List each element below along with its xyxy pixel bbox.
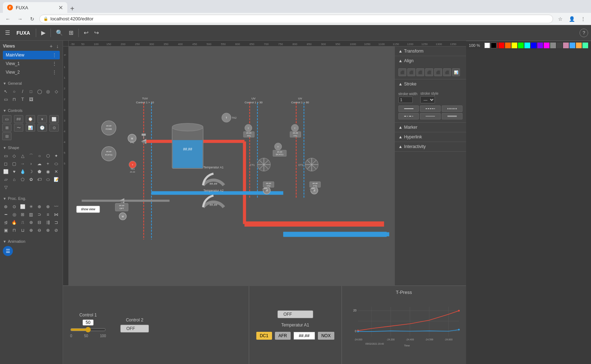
- pe-exchanger-icon[interactable]: ⋈: [53, 211, 60, 218]
- control2-toggle-button[interactable]: OFF: [120, 325, 149, 333]
- black-swatch[interactable]: [491, 43, 496, 48]
- view-item-view2[interactable]: View_2 ⋮: [3, 68, 60, 77]
- afr-button[interactable]: AFR: [275, 332, 291, 340]
- color-swatch-red[interactable]: [499, 43, 504, 48]
- ellipse-tool-icon[interactable]: ◯: [36, 88, 43, 95]
- shape-ring-icon[interactable]: ◉: [44, 168, 52, 175]
- align-center-h-icon[interactable]: ⬛: [407, 68, 415, 76]
- shape-chevron-icon[interactable]: ›: [28, 160, 35, 167]
- shape-heart-icon[interactable]: ♥: [11, 168, 18, 175]
- pe-motor-icon[interactable]: ⊕: [36, 203, 43, 210]
- stroke-preset-4[interactable]: [398, 113, 419, 119]
- stroke-preset-2[interactable]: [420, 105, 441, 112]
- align-center-v-icon[interactable]: ⬛: [434, 68, 442, 76]
- ctrl-toggle-icon[interactable]: ⊟: [2, 132, 11, 140]
- tab-close-button[interactable]: ✕: [58, 4, 63, 11]
- pe-heat-icon[interactable]: 〰: [53, 203, 60, 210]
- color-swatch-yellow[interactable]: [512, 43, 517, 48]
- stroke-header[interactable]: ▲ Stroke: [395, 79, 466, 89]
- pe-fan-icon[interactable]: ✳: [28, 203, 35, 210]
- pe-mixr-icon[interactable]: ⊛: [28, 219, 35, 226]
- browser-tab[interactable]: F FUXA ✕: [3, 2, 67, 13]
- menu-button[interactable]: ⋮: [578, 14, 588, 24]
- shape-circle-icon[interactable]: ○: [36, 152, 43, 159]
- pe-extra3-icon[interactable]: ⊓: [11, 227, 18, 234]
- sidebar-toggle-button[interactable]: ☰: [3, 28, 12, 38]
- ctrl-btn-icon[interactable]: ⬜: [49, 115, 59, 123]
- stroke-preset-1[interactable]: [398, 105, 419, 112]
- pe-extra8-icon[interactable]: ⊘: [53, 227, 60, 234]
- hyperlink-header[interactable]: ▲ Hyperlink: [395, 132, 466, 142]
- diamond-tool-icon[interactable]: ◇: [53, 88, 60, 95]
- shape-tag-icon[interactable]: 🏷: [36, 176, 43, 183]
- color-swatch-mint[interactable]: [582, 43, 588, 48]
- ring-tool-icon[interactable]: ◎: [44, 88, 52, 95]
- pe-extra1-icon[interactable]: ⊐: [53, 219, 60, 226]
- forward-button[interactable]: →: [15, 14, 25, 24]
- line-tool-icon[interactable]: /: [19, 88, 26, 95]
- marker-header[interactable]: ▲ Marker: [395, 123, 466, 132]
- shape-cylinder-icon[interactable]: ⬭: [44, 176, 52, 183]
- pe-burner-icon[interactable]: 🔥: [11, 219, 18, 226]
- play-button[interactable]: ▶: [39, 28, 48, 38]
- shape-tri2-icon[interactable]: ▽: [2, 184, 9, 191]
- help-button[interactable]: ?: [580, 29, 588, 37]
- ctrl-clock-icon[interactable]: 🕐: [38, 124, 47, 132]
- pe-column-icon[interactable]: ⎍: [19, 219, 26, 226]
- address-bar[interactable]: 🔒 localhost:4200/editor: [39, 15, 553, 23]
- color-swatch-blue[interactable]: [531, 43, 537, 48]
- shape-arc-icon[interactable]: ⌒: [28, 152, 35, 159]
- color-swatch-dark[interactable]: [557, 43, 562, 48]
- pe-filter-icon[interactable]: ▥: [28, 211, 35, 218]
- pe-ctrl-icon[interactable]: ⊟: [36, 219, 43, 226]
- shape-frame-icon[interactable]: ⬜: [2, 168, 9, 175]
- pe-level-icon[interactable]: ≡: [44, 211, 52, 218]
- pe-extra4-icon[interactable]: ⊔: [19, 227, 26, 234]
- shape-cross-icon[interactable]: ✕: [53, 168, 60, 175]
- refresh-button[interactable]: ↻: [27, 14, 37, 24]
- dc1-button[interactable]: DC1: [256, 332, 272, 340]
- select-tool-icon[interactable]: ↖: [2, 88, 9, 95]
- pe-pump-icon[interactable]: ⊙: [11, 203, 18, 210]
- general-header[interactable]: ▼ General: [0, 80, 63, 87]
- ctrl-wave-icon[interactable]: 〜: [14, 124, 23, 132]
- stroke-preset-6[interactable]: [442, 113, 462, 119]
- main-canvas[interactable]: TUV Control 1 > 10 UV Control 1 > 30 UV …: [69, 46, 394, 285]
- pe-extra6-icon[interactable]: ⊖: [36, 227, 43, 234]
- rect2-tool-icon[interactable]: ▭: [2, 96, 9, 103]
- color-swatch-green[interactable]: [518, 43, 524, 48]
- animation-header[interactable]: ▼ Animation: [0, 238, 63, 245]
- pe-drum-icon[interactable]: ⊃: [36, 211, 43, 218]
- color-swatch-cyan[interactable]: [524, 43, 530, 48]
- align-top-icon[interactable]: ⬛: [425, 68, 433, 76]
- view-more-view1[interactable]: ⋮: [52, 61, 57, 67]
- animation-icon[interactable]: ☰: [3, 246, 13, 256]
- shape-header[interactable]: ▼ Shape: [0, 144, 63, 151]
- shape-penta-icon[interactable]: ⬠: [19, 176, 26, 183]
- pe-tank-icon[interactable]: ⬜: [19, 203, 26, 210]
- proc-eng-header[interactable]: ▼ Proc. Eng.: [0, 195, 63, 202]
- bookmark-button[interactable]: ☆: [555, 14, 565, 24]
- shape-hex-icon[interactable]: ⬡: [44, 152, 52, 159]
- shape-tri-icon[interactable]: △: [19, 152, 26, 159]
- shape-flower-icon[interactable]: ✿: [28, 176, 35, 183]
- redo-button[interactable]: ↪: [92, 28, 101, 38]
- distribute-h-icon[interactable]: 📊: [452, 68, 460, 76]
- view-item-mainview[interactable]: MainView ⋮: [3, 51, 60, 59]
- new-tab-button[interactable]: +: [67, 5, 77, 13]
- color-swatch-lightblue[interactable]: [570, 43, 575, 48]
- pipe-tool-icon[interactable]: ⊓: [11, 96, 18, 103]
- nox-button[interactable]: NOX: [318, 332, 334, 340]
- view-more-mainview[interactable]: ⋮: [52, 52, 57, 58]
- ctrl-chart-icon[interactable]: 📊: [26, 124, 35, 132]
- shape-plus-icon[interactable]: +: [44, 160, 52, 167]
- align-header[interactable]: ▲ Align: [395, 56, 466, 65]
- stroke-width-input[interactable]: [398, 97, 413, 103]
- color-swatch-lightorange[interactable]: [576, 43, 582, 48]
- zoom-button[interactable]: 🔍: [54, 28, 65, 38]
- pe-gauge-icon[interactable]: ◎: [11, 211, 18, 218]
- shape-badge-icon[interactable]: ⬟: [36, 168, 43, 175]
- control1-slider[interactable]: [70, 327, 106, 333]
- ctrl-gauge-icon[interactable]: ⌚: [26, 115, 35, 123]
- text-tool-icon[interactable]: T: [19, 96, 26, 103]
